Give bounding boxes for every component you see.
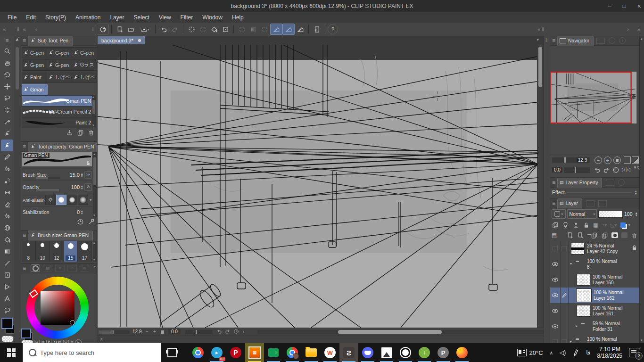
nav-flip-horizontal-icon[interactable]: ▷|◁ [622, 167, 630, 172]
edit-target-cell[interactable] [560, 256, 569, 272]
menu-story[interactable]: Story(P) [41, 13, 71, 22]
layer-menu-icon[interactable]: ≡ [552, 200, 555, 206]
document-tab[interactable]: background 3* [98, 36, 145, 44]
pen-settings-icon[interactable] [572, 349, 579, 356]
invert-selection-button[interactable] [248, 24, 259, 34]
undo-button[interactable] [158, 24, 169, 34]
set-as-ruler-icon[interactable]: ◺▾ [611, 222, 617, 228]
edit-target-cell[interactable] [560, 319, 569, 334]
fill-tool-icon[interactable] [1, 234, 13, 246]
airbrush-tool-icon[interactable] [1, 175, 13, 187]
save-button[interactable]: ▾ [137, 24, 153, 34]
canvas-viewport[interactable] [97, 45, 543, 328]
new-raster-layer-icon[interactable] [567, 232, 574, 239]
subtool-tile[interactable]: G-pen [47, 47, 73, 58]
nav-flip-vertical-icon[interactable]: ▼▽ [633, 166, 640, 169]
brush-size-cell[interactable]: 17 [78, 241, 92, 262]
visibility-cell[interactable] [550, 256, 561, 272]
clock[interactable]: 7:10 PM 8/18/2025 [597, 346, 622, 359]
pencil-tool-icon[interactable] [1, 151, 13, 163]
menu-window[interactable]: Window [198, 13, 227, 22]
subtool-tile[interactable]: しげペ [47, 72, 73, 83]
visibility-cell[interactable] [550, 288, 561, 303]
brush-tool-icon[interactable] [1, 163, 13, 175]
brush-list-scrollbar[interactable]: ▴ ▾ [92, 95, 96, 127]
statusbar-rotation-slider[interactable] [185, 330, 213, 334]
taskbar-idm-icon[interactable]: ↓ [415, 343, 434, 362]
visibility-cell[interactable] [550, 272, 561, 288]
figure-tool-icon[interactable] [1, 222, 13, 234]
selection-border-button[interactable] [259, 24, 270, 34]
statusbar-rotation-value[interactable]: 0.0 [168, 329, 181, 334]
brushsize-scrollbar[interactable]: ▴ ▾ [93, 241, 97, 262]
taskbar-telegram-icon[interactable]: ▸ 83 [207, 343, 226, 362]
layer-row[interactable]: 100 % Normal Layer 160 [550, 272, 639, 288]
tab-layer2-icon[interactable] [586, 200, 594, 206]
taskbar-discord-icon[interactable] [358, 343, 377, 362]
tab-color-wheel[interactable] [31, 264, 40, 272]
balloon-tool-icon[interactable] [1, 304, 13, 316]
tab-color-history[interactable]: ▤ [80, 265, 89, 272]
taskbar-meet-icon[interactable] [264, 343, 283, 362]
hand-tool-icon[interactable] [1, 57, 13, 69]
layer-opacity-bar[interactable] [598, 211, 623, 218]
transparent-color-swatch[interactable] [1, 336, 14, 342]
subtool-tile[interactable]: G-pen [72, 47, 98, 58]
statusbar-rotate-cw-icon[interactable] [225, 329, 231, 334]
nav-actual-size-icon[interactable] [613, 156, 621, 164]
layer-row-selected[interactable]: 100 % Normal Layer 162 [550, 288, 639, 304]
menu-layer[interactable]: Layer [105, 13, 129, 22]
stabilization-stepper[interactable]: ▲▼ [81, 210, 83, 214]
pen-tool-selected-icon[interactable] [1, 140, 13, 151]
blend-tool-icon[interactable] [1, 210, 13, 222]
operation-tool-icon[interactable] [1, 281, 13, 293]
duplicate-subtool-icon[interactable] [77, 129, 84, 136]
tray-expand-icon[interactable]: ∧ [550, 350, 553, 355]
clear-selection-button[interactable] [236, 24, 248, 34]
subtool-tile[interactable]: しげペ [72, 72, 98, 83]
delete-layer-icon[interactable] [631, 232, 638, 239]
menu-animation[interactable]: Animation [71, 13, 105, 22]
edit-target-cell[interactable] [560, 303, 569, 319]
aa-dropdown-icon[interactable]: ▾ [90, 197, 92, 202]
color-panel-expand-icon[interactable]: ▾ [94, 264, 96, 269]
nav-fit-screen-icon[interactable] [624, 156, 631, 164]
statusbar-rotate-ccw-icon[interactable] [216, 329, 222, 334]
subtool-menu-icon[interactable]: ≡ [23, 37, 26, 44]
help-button[interactable]: ? [328, 24, 338, 34]
lock-transparent-pixels-icon[interactable]: ▦ [593, 222, 598, 228]
tab-intermediate-color[interactable]: ◠ [67, 265, 77, 272]
folder-expand-icon[interactable]: ▸ [576, 324, 578, 328]
deselect-button[interactable] [197, 24, 208, 34]
toolprop-menu-icon[interactable]: ≡ [23, 143, 26, 150]
layer-row[interactable]: ▾ 100 % Normal 8 [550, 256, 639, 272]
statusbar-collapse-icon[interactable]: ‹ [243, 329, 244, 334]
panel-fg-swatch[interactable] [21, 329, 31, 338]
edit-target-cell[interactable] [560, 334, 569, 344]
brush-size-cell[interactable]: 8 [22, 241, 36, 262]
foreground-color-swatch[interactable] [1, 318, 13, 329]
navigator-tab[interactable]: Navigator [557, 36, 594, 46]
search-box[interactable]: Type here to search [23, 343, 161, 362]
sv-cursor[interactable] [70, 320, 75, 325]
move-tool-icon[interactable] [1, 81, 13, 92]
brush-size-value[interactable]: 15.0 [70, 172, 80, 178]
delete-subtool-icon[interactable] [88, 129, 95, 136]
nav-zoom-out-icon[interactable]: − [594, 156, 602, 164]
nav-rotation-value[interactable]: 0.0 [552, 167, 562, 173]
gradient-tool-icon[interactable] [1, 246, 13, 257]
zoom-tool-icon[interactable] [1, 45, 13, 57]
brushsize-tab[interactable]: Brush size: Gman PEN [28, 230, 93, 240]
tab-list-dropdown-icon[interactable]: ▾ [537, 37, 539, 42]
text-tool-icon[interactable] [1, 293, 13, 304]
opacity-stepper[interactable]: ▲▼ [81, 185, 83, 189]
palette-color-dropdown[interactable]: ▾ [620, 222, 630, 228]
opacity-slider[interactable] [36, 189, 60, 191]
nav-reset-rotation-icon[interactable] [612, 166, 619, 173]
unlock-icon[interactable] [85, 160, 91, 166]
statusbar-zoom-out-icon[interactable]: − [146, 329, 149, 334]
divider-grip-icon[interactable]: ‖ [17, 26, 19, 32]
enable-mask-icon[interactable]: ◔▾ [601, 222, 607, 228]
statusbar-zoom-slider[interactable] [99, 330, 130, 334]
decoration-tool-icon[interactable] [1, 187, 13, 198]
